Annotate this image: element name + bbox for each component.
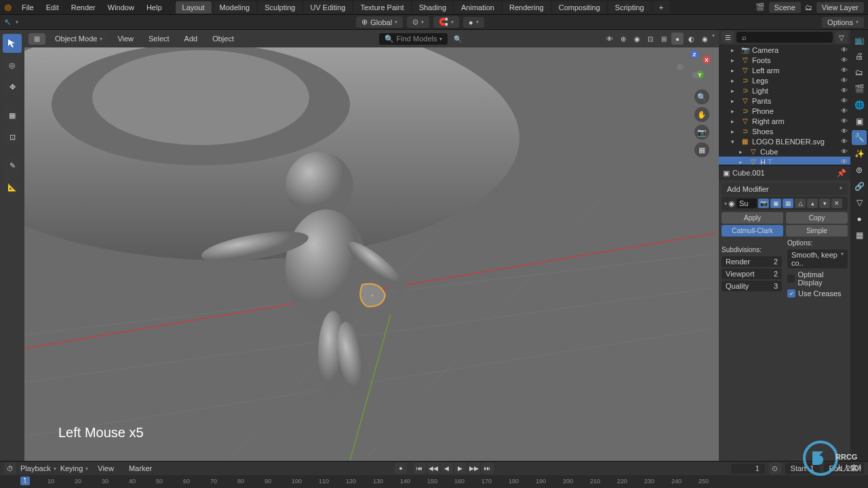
playback-menu[interactable]: Playback ▾	[20, 464, 56, 472]
outliner-item-camera[interactable]: ▸📷Camera👁	[719, 45, 850, 55]
viewport-subdiv-field[interactable]: Viewport2	[722, 268, 782, 279]
outliner-item-left-arm[interactable]: ▸▽Left arm👁	[719, 65, 850, 75]
search-icon[interactable]: 🔍	[452, 33, 464, 45]
tab-rendering[interactable]: Rendering	[502, 1, 551, 14]
shading-dropdown-icon[interactable]: ▾	[712, 33, 715, 45]
collapse-icon[interactable]: ▾	[724, 201, 727, 207]
tab-texturepaint[interactable]: Texture Paint	[353, 1, 410, 14]
outliner-item-logo-blender-svg[interactable]: ▾▦LOGO BLENDER.svg👁	[719, 136, 850, 146]
gizmo-icon[interactable]: ⊕	[617, 33, 629, 45]
particle-tab-icon[interactable]: ✨	[852, 146, 867, 161]
tab-compositing[interactable]: Compositing	[552, 1, 607, 14]
add-modifier-dropdown[interactable]: Add Modifier ▾	[722, 183, 848, 195]
catmull-clark-button[interactable]: Catmull-Clark	[722, 225, 783, 237]
cursor-tool[interactable]: ◎	[3, 56, 22, 75]
menu-window[interactable]: Window	[102, 1, 140, 14]
constraint-tab-icon[interactable]: 🔗	[852, 179, 867, 194]
scene-tab-icon[interactable]: 🎬	[852, 81, 867, 96]
move-tool[interactable]: ✥	[3, 77, 22, 96]
add-menu[interactable]: Add	[179, 33, 203, 45]
material-tab-icon[interactable]: ●	[852, 211, 867, 226]
render-subdiv-field[interactable]: Render2	[722, 256, 782, 267]
world-tab-icon[interactable]: 🌐	[852, 98, 867, 113]
3d-viewport[interactable]: ⊞ Object Mode ▾ View Select Add Object 🔍…	[24, 30, 719, 461]
timeline-view-menu[interactable]: View	[92, 462, 119, 474]
view-layer-field[interactable]: View Layer	[816, 2, 864, 13]
tab-modeling[interactable]: Modeling	[213, 1, 257, 14]
tab-uvediting[interactable]: UV Editing	[303, 1, 352, 14]
object-menu[interactable]: Object	[207, 33, 239, 45]
pan-icon[interactable]: ✋	[694, 107, 709, 122]
view-menu[interactable]: View	[112, 33, 139, 45]
viewlayer-tab-icon[interactable]: 🗂	[852, 65, 867, 80]
tab-shading[interactable]: Shading	[412, 1, 453, 14]
menu-edit[interactable]: Edit	[41, 1, 64, 14]
proportional-edit-toggle[interactable]: ● ▾	[463, 17, 484, 28]
realtime-vis-icon[interactable]: ▣	[770, 199, 781, 208]
navigation-gizmo[interactable]: X Y Z	[677, 50, 711, 84]
outliner-type-icon[interactable]: ☰	[722, 31, 734, 43]
physics-tab-icon[interactable]: ⊚	[852, 163, 867, 178]
mode-dropdown[interactable]: Object Mode ▾	[50, 33, 108, 44]
scale-tool[interactable]: ⊡	[3, 127, 22, 146]
jump-start-icon[interactable]: ⏮	[414, 463, 426, 474]
optimal-display-checkbox[interactable]	[787, 274, 795, 283]
simple-button[interactable]: Simple	[786, 225, 848, 237]
prev-key-icon[interactable]: ◀◀	[427, 463, 439, 474]
solid-shading-icon[interactable]: ●	[671, 33, 684, 45]
overlay-icon[interactable]: ◉	[631, 33, 643, 45]
keying-menu[interactable]: Keying ▾	[60, 464, 89, 472]
menu-render[interactable]: Render	[66, 1, 101, 14]
tab-sculpting[interactable]: Sculpting	[258, 1, 302, 14]
annotate-tool[interactable]: ✎	[3, 156, 22, 175]
editmode-vis-icon[interactable]: ▦	[783, 199, 793, 208]
texture-tab-icon[interactable]: ▦	[852, 228, 867, 243]
timeline-type-icon[interactable]: ⏱	[4, 462, 16, 474]
outliner-item-light[interactable]: ▸⊃Light👁	[719, 85, 850, 96]
outliner-search[interactable]: ⌕	[736, 32, 833, 43]
apply-button[interactable]: Apply	[722, 212, 783, 224]
tab-add[interactable]: +	[652, 1, 670, 14]
mesh-tab-icon[interactable]: ▽	[852, 195, 867, 210]
use-creases-checkbox[interactable]: ✓	[787, 289, 795, 298]
outliner-item-phone[interactable]: ▸⊃Phone👁	[719, 106, 850, 116]
outliner-item-foots[interactable]: ▸▽Foots👁	[719, 55, 850, 65]
editor-type-dropdown[interactable]: ⊞	[28, 33, 45, 45]
outliner-item-cube[interactable]: ▸▽Cube👁	[719, 146, 850, 157]
copy-button[interactable]: Copy	[786, 212, 848, 224]
transform-tool[interactable]: ▦	[3, 106, 22, 125]
zoom-icon[interactable]: 🔍	[694, 89, 709, 104]
outliner-item-right-arm[interactable]: ▸▽Right arm👁	[719, 116, 850, 126]
select-menu[interactable]: Select	[143, 33, 175, 45]
pivot-dropdown[interactable]: ⊙ ▾	[407, 16, 429, 28]
autokey-icon[interactable]: ●	[395, 463, 407, 474]
tab-layout[interactable]: Layout	[176, 1, 212, 14]
cage-vis-icon[interactable]: △	[795, 199, 806, 208]
object-tab-icon[interactable]: ▣	[852, 114, 867, 129]
snap-toggle[interactable]: 🧲 ▾	[433, 16, 459, 28]
move-up-icon[interactable]: ▴	[807, 199, 818, 208]
orientation-dropdown[interactable]: ⊕ Global ▾	[356, 16, 403, 28]
render-vis-icon[interactable]: 📷	[758, 199, 769, 208]
rendered-shading-icon[interactable]: ◉	[698, 33, 711, 45]
measure-tool[interactable]: 📐	[3, 178, 22, 197]
menu-help[interactable]: Help	[141, 1, 167, 14]
options-dropdown[interactable]: Options ▾	[822, 17, 864, 28]
filter-icon[interactable]: ▽	[835, 31, 848, 43]
chevron-down-icon[interactable]: ▾	[16, 19, 18, 25]
menu-file[interactable]: File	[16, 1, 39, 14]
clock-icon[interactable]: ⏲	[769, 462, 781, 474]
matprev-shading-icon[interactable]: ◐	[685, 33, 697, 45]
outliner-item-h[interactable]: ▸▽H ⌶👁	[719, 157, 850, 165]
render-tab-icon[interactable]: 📺	[852, 33, 867, 47]
outliner-item-shoes[interactable]: ▸⊃Shoes👁	[719, 126, 850, 136]
play-reverse-icon[interactable]: ◀	[441, 463, 453, 474]
find-models-search[interactable]: 🔍 Find Models ▾	[379, 33, 448, 45]
uv-smooth-dropdown[interactable]: Smooth, keep co..▾	[787, 249, 848, 268]
timeline-ruler[interactable]: 1 11020304050607080901001101201301401501…	[0, 475, 868, 488]
scene-name-field[interactable]: Scene	[769, 2, 801, 13]
current-frame-field[interactable]: 1	[731, 464, 765, 474]
tab-animation[interactable]: Animation	[454, 1, 501, 14]
modifier-tab-icon[interactable]: 🔧	[852, 130, 867, 145]
quality-field[interactable]: Quality3	[722, 281, 782, 291]
